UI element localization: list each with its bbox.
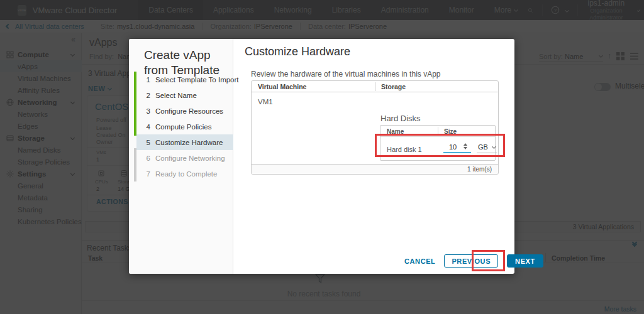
step-number: 4 <box>142 123 150 131</box>
hard-disks-label: Hard Disks <box>380 114 421 123</box>
step-label: Configure Networking <box>155 154 225 162</box>
step-number: 5 <box>142 139 150 146</box>
step-label: Select Template To Import <box>155 76 239 84</box>
step-label: Customize Hardware <box>155 139 223 146</box>
step-number: 7 <box>142 170 150 178</box>
col-name: Name <box>387 128 404 135</box>
col-size: Size <box>444 128 457 135</box>
disks-table-header: Name Size <box>380 126 495 137</box>
disk-size-unit-select[interactable]: GB <box>477 142 497 153</box>
wizard-step-5-active[interactable]: 5Customize Hardware <box>136 134 233 150</box>
hard-disks-table: Name Size Hard disk 1 GB <box>380 125 496 161</box>
step-label: Configure Resources <box>155 107 223 115</box>
disk-size-input-wrap <box>443 142 471 153</box>
divider <box>375 82 375 91</box>
wizard-buttons: CANCEL PREVIOUS NEXT <box>404 254 543 268</box>
wizard-step-6[interactable]: 6Configure Networking <box>136 150 233 166</box>
chevron-down-icon <box>492 144 496 149</box>
wizard-step-7[interactable]: 7Ready to Complete <box>136 166 233 181</box>
number-stepper[interactable] <box>462 143 468 149</box>
previous-button[interactable]: PREVIOUS <box>444 254 498 268</box>
col-storage: Storage <box>381 83 406 90</box>
col-virtual-machine: Virtual Machine <box>258 83 306 90</box>
next-button[interactable]: NEXT <box>507 254 543 268</box>
step-number: 3 <box>142 107 150 115</box>
table-footer: 1 item(s) <box>252 164 498 174</box>
vm-name: VM1 <box>258 98 273 106</box>
step-number: 1 <box>142 76 150 84</box>
step-label: Ready to Complete <box>155 170 217 178</box>
wizard-steps-panel: Create vApp from Template 1Select Templa… <box>129 39 233 274</box>
wizard-step-2[interactable]: 2Select Name <box>136 87 233 103</box>
divider <box>438 127 438 135</box>
step-heading: Customize Hardware <box>245 45 350 58</box>
wizard-step-3[interactable]: 3Configure Resources <box>136 103 233 119</box>
wizard-step-4[interactable]: 4Compute Policies <box>136 119 233 134</box>
step-number: 6 <box>142 154 150 162</box>
step-number: 2 <box>142 92 150 99</box>
step-description: Review the hardware of the virtual machi… <box>251 70 440 78</box>
stepper-down-icon[interactable] <box>464 147 467 149</box>
unit-value: GB <box>478 143 488 151</box>
cancel-button[interactable]: CANCEL <box>404 257 435 265</box>
step-label: Compute Policies <box>155 123 211 131</box>
items-count: 1 item(s) <box>467 166 492 173</box>
create-vapp-wizard-modal: Create vApp from Template 1Select Templa… <box>129 39 514 274</box>
hardware-table-header: Virtual Machine Storage <box>252 81 498 92</box>
hardware-table: Virtual Machine Storage VM1 Hard Disks N… <box>251 80 499 175</box>
wizard-step-1[interactable]: 1Select Template To Import <box>136 72 233 87</box>
stepper-up-icon[interactable] <box>464 143 467 146</box>
disk-size-input[interactable] <box>443 143 462 151</box>
step-label: Select Name <box>155 92 197 99</box>
disk-name: Hard disk 1 <box>387 146 422 153</box>
